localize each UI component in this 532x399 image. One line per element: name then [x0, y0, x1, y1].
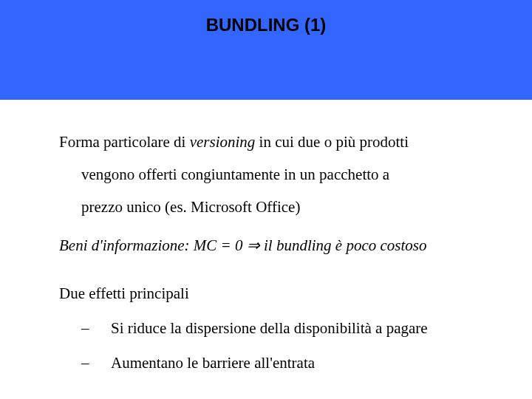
slide-header: BUNDLING (1): [0, 0, 532, 100]
p1-versioning: versioning: [190, 133, 256, 151]
paragraph-2: Beni d'informazione: MC = 0 ⇒ il bundlin…: [59, 236, 495, 255]
paragraph-3: Due effetti principali: [59, 284, 495, 303]
p2-text-b: il bundling è poco costoso: [260, 236, 427, 254]
p1-text-c: in cui due o più prodotti: [255, 133, 409, 151]
bullet-text: Aumentano le barriere all'entrata: [111, 354, 315, 372]
p2-text-a: Beni d'informazione: MC = 0: [59, 236, 247, 254]
p1-line3: prezzo unico (es. Microsoft Office): [59, 191, 495, 223]
p1-text-a: Forma particolare di: [59, 133, 190, 151]
arrow-icon: ⇒: [247, 236, 260, 254]
dash-icon: –: [81, 319, 111, 338]
list-item: – Si riduce la dispersione della disponi…: [59, 319, 495, 338]
p1-line2: vengono offerti congiuntamente in un pac…: [59, 158, 495, 191]
slide-content: Forma particolare di versioning in cui d…: [0, 100, 532, 372]
bullet-text: Si riduce la dispersione della disponibi…: [111, 319, 428, 338]
dash-icon: –: [81, 354, 111, 372]
paragraph-1: Forma particolare di versioning in cui d…: [59, 126, 495, 223]
list-item: – Aumentano le barriere all'entrata: [59, 354, 495, 372]
slide-title: BUNDLING (1): [0, 15, 532, 35]
